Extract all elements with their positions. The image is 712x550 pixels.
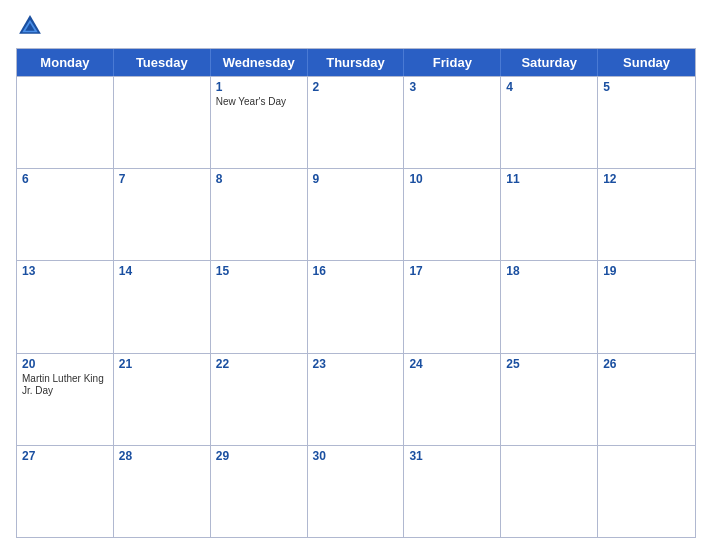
day-number: 6	[22, 172, 108, 186]
day-number: 25	[506, 357, 592, 371]
day-number: 23	[313, 357, 399, 371]
cal-cell-11: 11	[501, 169, 598, 260]
calendar-week-3: 13141516171819	[17, 260, 695, 352]
weekday-header-monday: Monday	[17, 49, 114, 76]
cal-cell-9: 9	[308, 169, 405, 260]
day-number: 30	[313, 449, 399, 463]
cal-cell-1: 1New Year's Day	[211, 77, 308, 168]
day-number: 26	[603, 357, 690, 371]
day-number: 9	[313, 172, 399, 186]
weekday-header-wednesday: Wednesday	[211, 49, 308, 76]
day-number: 24	[409, 357, 495, 371]
cal-cell-17: 17	[404, 261, 501, 352]
day-number: 16	[313, 264, 399, 278]
cal-cell-25: 25	[501, 354, 598, 445]
day-number: 11	[506, 172, 592, 186]
day-number: 21	[119, 357, 205, 371]
day-number: 31	[409, 449, 495, 463]
day-number: 12	[603, 172, 690, 186]
cal-cell-3: 3	[404, 77, 501, 168]
day-number: 2	[313, 80, 399, 94]
logo-icon	[16, 12, 44, 40]
cal-cell-13: 13	[17, 261, 114, 352]
day-number: 29	[216, 449, 302, 463]
cal-cell-empty	[114, 77, 211, 168]
cal-cell-18: 18	[501, 261, 598, 352]
day-number: 20	[22, 357, 108, 371]
cal-cell-7: 7	[114, 169, 211, 260]
cal-cell-30: 30	[308, 446, 405, 537]
day-number: 3	[409, 80, 495, 94]
cal-cell-28: 28	[114, 446, 211, 537]
day-number: 7	[119, 172, 205, 186]
calendar-week-1: 1New Year's Day2345	[17, 76, 695, 168]
cal-cell-5: 5	[598, 77, 695, 168]
calendar-week-4: 20Martin Luther King Jr. Day212223242526	[17, 353, 695, 445]
cal-cell-8: 8	[211, 169, 308, 260]
cal-cell-15: 15	[211, 261, 308, 352]
cal-cell-empty	[17, 77, 114, 168]
day-number: 10	[409, 172, 495, 186]
day-number: 22	[216, 357, 302, 371]
day-number: 17	[409, 264, 495, 278]
cal-cell-10: 10	[404, 169, 501, 260]
day-number: 4	[506, 80, 592, 94]
weekday-header-thursday: Thursday	[308, 49, 405, 76]
cal-cell-16: 16	[308, 261, 405, 352]
weekday-header-friday: Friday	[404, 49, 501, 76]
day-number: 18	[506, 264, 592, 278]
cal-cell-31: 31	[404, 446, 501, 537]
cal-cell-4: 4	[501, 77, 598, 168]
day-number: 14	[119, 264, 205, 278]
cal-cell-23: 23	[308, 354, 405, 445]
cal-cell-29: 29	[211, 446, 308, 537]
calendar-page: MondayTuesdayWednesdayThursdayFridaySatu…	[0, 0, 712, 550]
holiday-label: Martin Luther King Jr. Day	[22, 373, 108, 397]
weekday-header-tuesday: Tuesday	[114, 49, 211, 76]
calendar-weekday-header: MondayTuesdayWednesdayThursdayFridaySatu…	[17, 49, 695, 76]
cal-cell-empty	[598, 446, 695, 537]
logo	[16, 12, 48, 40]
cal-cell-empty	[501, 446, 598, 537]
page-header	[16, 12, 696, 40]
cal-cell-19: 19	[598, 261, 695, 352]
day-number: 27	[22, 449, 108, 463]
weekday-header-sunday: Sunday	[598, 49, 695, 76]
cal-cell-21: 21	[114, 354, 211, 445]
cal-cell-27: 27	[17, 446, 114, 537]
cal-cell-26: 26	[598, 354, 695, 445]
calendar-body: 1New Year's Day2345678910111213141516171…	[17, 76, 695, 537]
day-number: 15	[216, 264, 302, 278]
day-number: 28	[119, 449, 205, 463]
weekday-header-saturday: Saturday	[501, 49, 598, 76]
day-number: 5	[603, 80, 690, 94]
day-number: 19	[603, 264, 690, 278]
cal-cell-20: 20Martin Luther King Jr. Day	[17, 354, 114, 445]
holiday-label: New Year's Day	[216, 96, 302, 108]
cal-cell-6: 6	[17, 169, 114, 260]
calendar-week-2: 6789101112	[17, 168, 695, 260]
cal-cell-2: 2	[308, 77, 405, 168]
cal-cell-24: 24	[404, 354, 501, 445]
calendar-week-5: 2728293031	[17, 445, 695, 537]
cal-cell-22: 22	[211, 354, 308, 445]
cal-cell-14: 14	[114, 261, 211, 352]
cal-cell-12: 12	[598, 169, 695, 260]
day-number: 1	[216, 80, 302, 94]
calendar-grid: MondayTuesdayWednesdayThursdayFridaySatu…	[16, 48, 696, 538]
day-number: 13	[22, 264, 108, 278]
day-number: 8	[216, 172, 302, 186]
